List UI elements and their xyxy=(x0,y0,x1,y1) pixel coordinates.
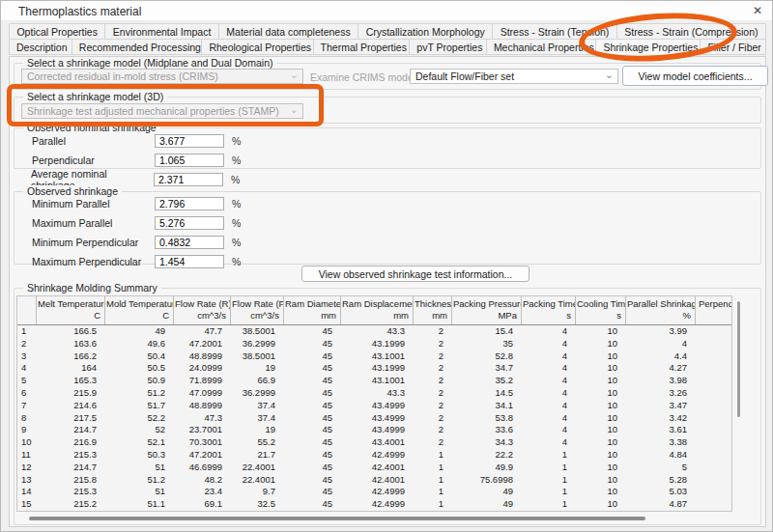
view-model-coefficients-button[interactable]: View model coefficients... xyxy=(622,66,768,86)
cell: 4.84 xyxy=(626,449,696,462)
table-row[interactable]: 5165.350.971.899966.94543.1001235.24103.… xyxy=(17,375,731,387)
cell: 45 xyxy=(284,350,341,363)
view-test-information-button[interactable]: View observed shrinkage test information… xyxy=(301,266,530,282)
cell: 19 xyxy=(231,362,284,375)
cell: 51 xyxy=(105,486,174,498)
cell xyxy=(696,362,731,375)
table-row[interactable]: 12214.75146.699922.40014542.4001149.9110… xyxy=(17,462,731,474)
table-row[interactable]: 15215.251.169.132.54542.49991491104.87 xyxy=(17,498,731,511)
field-unit: % xyxy=(232,135,241,147)
cell: 10 xyxy=(576,387,626,400)
table-row[interactable]: 7214.651.748.899937.44543.4999234.14103.… xyxy=(17,400,731,412)
fiber-set-value: Default Flow/Fiber set xyxy=(415,70,514,82)
tab-stress-strain-tension[interactable]: Stress - Strain (Tension) xyxy=(492,23,617,40)
row-number: 14 xyxy=(17,486,37,498)
tab-recommended-processing[interactable]: Recommended Processing xyxy=(72,39,203,55)
cell: 4.87 xyxy=(626,498,696,511)
minimum-perpendicular-input[interactable] xyxy=(155,236,224,249)
tab-rheological-properties[interactable]: Rheological Properties xyxy=(201,39,313,55)
field-label: Maximum Parallel xyxy=(32,217,155,229)
cell: 1 xyxy=(522,462,576,474)
cell: 51.2 xyxy=(105,474,174,487)
shrinkage-properties-page: Select a shrinkage model (Midplane and D… xyxy=(9,56,766,527)
tab-stress-strain-compression[interactable]: Stress - Strain (Compression) xyxy=(616,23,766,40)
cell: 34.1 xyxy=(452,400,522,412)
summary-table: Melt TemperatureCMold TemperatureCFlow R… xyxy=(16,295,732,512)
field-label: Minimum Perpendicular xyxy=(32,237,155,248)
cell: 43.3 xyxy=(341,325,414,338)
cell: 45 xyxy=(284,474,341,487)
horizontal-scrollbar[interactable] xyxy=(29,517,645,520)
table-row[interactable]: 2163.649.647.200136.29994543.19992354104 xyxy=(17,338,731,350)
tab-shrinkage-properties[interactable]: Shrinkage Properties xyxy=(595,39,701,56)
cell: 22.4001 xyxy=(231,462,284,474)
cell xyxy=(696,498,731,511)
maximum-parallel-input[interactable] xyxy=(155,216,224,230)
title-bar: Thermoplastics material ✕ xyxy=(1,1,772,21)
cell: 47.2001 xyxy=(174,338,231,350)
cell: 49 xyxy=(452,498,522,511)
cell: 46.6999 xyxy=(174,462,231,474)
cell: 2 xyxy=(414,338,452,350)
perpendicular-input[interactable] xyxy=(155,154,224,167)
cell: 215.8 xyxy=(37,474,105,487)
cell: 51 xyxy=(105,462,174,474)
minimum-parallel-input[interactable] xyxy=(155,197,224,210)
cell: 47.7 xyxy=(174,325,231,338)
table-row[interactable]: 6215.951.247.099936.29994543.3214.54103.… xyxy=(17,387,731,400)
nominal-group-label: Observed nominal shrinkage xyxy=(23,122,160,133)
maximum-perpendicular-input[interactable] xyxy=(155,255,224,268)
tab-description[interactable]: Description xyxy=(9,39,72,55)
cell: 37.4 xyxy=(231,400,284,412)
tab-pvt-properties[interactable]: pvT Properties xyxy=(409,39,487,55)
tab-mechanical-properties[interactable]: Mechanical Properties xyxy=(486,39,597,55)
observed-group-label: Observed shrinkage xyxy=(23,185,122,197)
table-row[interactable]: 8217.552.247.337.44543.4999253.84103.42 xyxy=(17,412,731,425)
cell: 217.5 xyxy=(37,412,105,425)
table-row[interactable]: 13215.851.248.222.40014542.4001175.69981… xyxy=(17,474,731,487)
cell: 37.4 xyxy=(231,412,284,425)
close-icon[interactable]: ✕ xyxy=(753,4,762,17)
column-header: Mold TemperatureC xyxy=(105,296,174,324)
cell: 43.1999 xyxy=(341,362,414,375)
model-3d-select[interactable]: Shrinkage test adjusted mechanical prope… xyxy=(21,103,303,119)
fiber-set-select[interactable]: Default Flow/Fiber set ⌄ xyxy=(410,69,618,84)
tab-material-data-completeness[interactable]: Material data completeness xyxy=(218,23,358,40)
cell: 10 xyxy=(576,412,626,425)
cell: 52 xyxy=(105,424,174,436)
cell: 4 xyxy=(522,387,576,400)
cell: 215.9 xyxy=(37,387,105,400)
cell xyxy=(696,387,731,400)
cell: 1 xyxy=(522,449,576,462)
cell: 3.38 xyxy=(626,436,696,449)
parallel-input[interactable] xyxy=(155,134,224,148)
table-row[interactable]: 1166.54947.738.50014543.3215.44103.99 xyxy=(17,325,731,338)
table-row[interactable]: 10216.952.170.300155.24543.4001234.34103… xyxy=(17,436,731,449)
cell: 45 xyxy=(284,412,341,425)
table-row[interactable]: 14215.35123.49.74542.49991491105.03 xyxy=(17,486,731,498)
tab-optical-properties[interactable]: Optical Properties xyxy=(9,23,105,40)
cell: 2 xyxy=(414,362,452,375)
tab-environmental-impact[interactable]: Environmental Impact xyxy=(104,23,218,40)
average-shrinkage-input[interactable] xyxy=(154,173,223,186)
cell: 52.8 xyxy=(452,350,522,363)
cell: 49 xyxy=(105,325,174,338)
table-row[interactable]: 9214.75223.7001194543.4999233.64103.61 xyxy=(17,424,731,436)
field-label: Perpendicular xyxy=(32,154,155,166)
table-row[interactable]: 416450.524.0999194543.1999234.74104.27 xyxy=(17,362,731,375)
cell: 42.4999 xyxy=(341,449,414,462)
nominal-fields: Parallel%Perpendicular% xyxy=(14,131,760,170)
cell: 1 xyxy=(522,486,576,498)
table-row[interactable]: 11215.350.347.200121.74542.4999122.21104… xyxy=(17,449,731,462)
tab-filler-fiber[interactable]: Filler / Fiber xyxy=(700,39,766,55)
cell: 215.3 xyxy=(37,486,105,498)
tab-thermal-properties[interactable]: Thermal Properties xyxy=(313,39,411,55)
table-row[interactable]: 3166.250.448.899938.50014543.1001252.841… xyxy=(17,350,731,363)
cell: 4 xyxy=(522,412,576,425)
cell: 1 xyxy=(414,474,452,487)
cell: 10 xyxy=(576,449,626,462)
vertical-scrollbar[interactable] xyxy=(737,301,740,417)
cell: 2 xyxy=(414,375,452,387)
midplane-model-select[interactable]: Corrected residual in-mold stress (CRIMS… xyxy=(21,69,303,84)
tab-crystallization-morphology[interactable]: Crystallization Morphology xyxy=(358,23,493,40)
